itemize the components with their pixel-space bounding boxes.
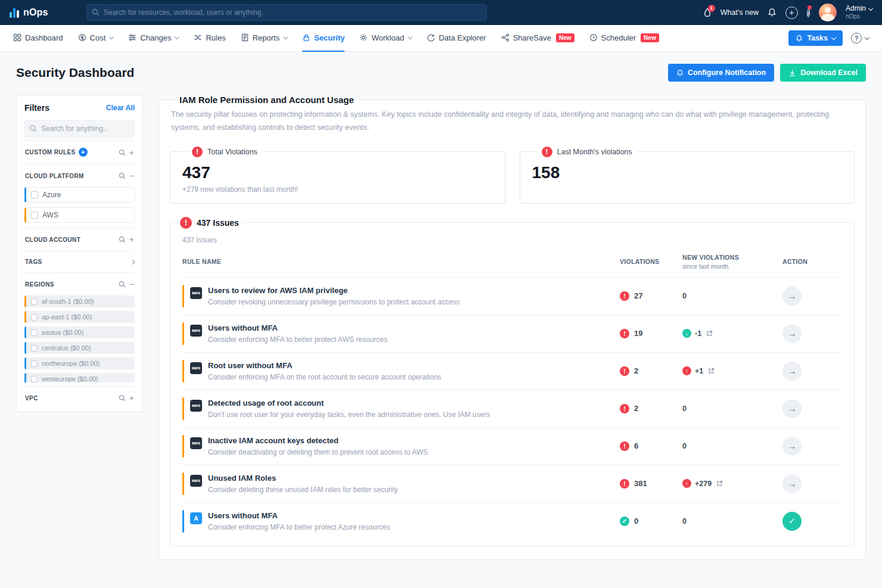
row-action-check-button[interactable]: ✓ <box>782 512 802 531</box>
external-link-icon[interactable] <box>716 480 723 487</box>
region-checkbox[interactable] <box>31 329 38 336</box>
whats-new-drop-icon[interactable]: 1 <box>703 8 712 17</box>
error-icon: ! <box>620 404 629 413</box>
rules-icon <box>194 33 202 42</box>
info-icon[interactable]: i <box>807 7 810 18</box>
platform-filter-aws[interactable]: AWS <box>24 207 135 223</box>
aws-checkbox[interactable] <box>31 211 38 219</box>
region-item[interactable]: af-south-1 ($0.00) <box>24 295 135 307</box>
notifications-bell-icon[interactable] <box>768 8 777 17</box>
nav-item-workload[interactable]: Workload <box>359 25 412 52</box>
rule-description: Consider enforcing MFA to better protect… <box>208 523 390 531</box>
nav-label: Changes <box>140 33 171 42</box>
collapse-icon[interactable]: − <box>129 172 134 180</box>
nops-logo[interactable]: nOps <box>10 7 48 18</box>
platform-color-bar <box>182 360 184 382</box>
expand-icon[interactable]: + <box>129 148 134 157</box>
region-item[interactable]: eastus ($0.00) <box>24 326 135 338</box>
rule-title: Users without MFA <box>208 511 390 520</box>
region-item[interactable]: ap-east-1 ($0.00) <box>24 311 135 323</box>
search-icon[interactable] <box>119 236 126 243</box>
filter-group-cloud-platform[interactable]: CLOUD PLATFORM − <box>24 164 135 187</box>
azure-checkbox[interactable] <box>31 191 38 198</box>
search-icon[interactable] <box>119 149 126 156</box>
row-action-arrow-button[interactable]: → <box>782 362 802 381</box>
column-header-new-violations-sub: since last month <box>682 263 782 270</box>
filter-group-label: CLOUD PLATFORM <box>25 173 84 179</box>
filter-group-vpc[interactable]: VPC + <box>24 386 135 409</box>
external-link-icon[interactable] <box>708 368 715 374</box>
filter-group-label: CUSTOM RULES <box>25 149 76 155</box>
row-action-arrow-button[interactable]: → <box>782 324 802 343</box>
column-header-new-violations: NEW VIOLATIONS since last month <box>682 254 782 270</box>
search-icon[interactable] <box>119 172 126 179</box>
filters-search-input[interactable] <box>24 120 135 138</box>
table-row: A Users without MFA Consider enforcing M… <box>182 502 842 540</box>
violations-count: 381 <box>634 479 647 488</box>
issues-count-text: 437 Issues <box>170 229 854 247</box>
rule-title: Unused IAM Roles <box>208 474 398 483</box>
platform-color-bar <box>182 435 184 458</box>
download-excel-button[interactable]: Download Excel <box>780 64 866 82</box>
nav-item-reports[interactable]: Reports <box>241 25 288 52</box>
region-checkbox[interactable] <box>31 314 38 321</box>
aws-icon: aws <box>190 400 202 412</box>
search-icon[interactable] <box>119 281 126 288</box>
nav-item-rules[interactable]: Rules <box>194 25 225 52</box>
add-custom-rule-icon[interactable]: + <box>79 148 88 157</box>
whats-new-link[interactable]: What's new <box>720 8 759 17</box>
region-checkbox[interactable] <box>31 298 38 305</box>
rule-title: Users without MFA <box>208 323 387 332</box>
nav-item-cost[interactable]: Cost <box>78 25 114 52</box>
row-action-arrow-button[interactable]: → <box>782 437 802 456</box>
row-action-arrow-button[interactable]: → <box>782 287 802 306</box>
nav-label: Rules <box>206 33 225 42</box>
rule-title: Inactive IAM account keys detected <box>208 436 428 445</box>
sharesave-icon <box>501 33 510 42</box>
region-checkbox[interactable] <box>31 345 38 351</box>
rule-description: Consider revoking unnecessary privilege … <box>208 298 460 306</box>
bell-icon <box>796 35 803 42</box>
region-checkbox[interactable] <box>31 360 38 367</box>
aws-icon: aws <box>190 437 202 449</box>
user-menu[interactable]: Admin nOps <box>846 5 872 20</box>
expand-icon[interactable]: + <box>129 235 134 244</box>
nav-item-dashboard[interactable]: Dashboard <box>13 25 63 52</box>
filter-group-tags[interactable]: TAGS <box>24 251 135 272</box>
add-icon[interactable]: + <box>785 7 798 19</box>
clear-all-link[interactable]: Clear All <box>106 104 135 112</box>
nav-item-scheduler[interactable]: Scheduler New <box>589 25 659 52</box>
section-title: IAM Role Permission and Account Usage <box>175 95 359 105</box>
platform-filter-azure[interactable]: Azure <box>24 187 135 203</box>
collapse-icon[interactable]: − <box>129 280 134 288</box>
regions-list[interactable]: af-south-1 ($0.00) ap-east-1 ($0.00) eas… <box>24 295 135 382</box>
tasks-button[interactable]: Tasks <box>788 30 843 46</box>
filter-group-custom-rules[interactable]: CUSTOM RULES + + <box>24 140 135 164</box>
nav-item-data-explorer[interactable]: Data Explorer <box>427 25 486 52</box>
user-avatar[interactable] <box>819 4 837 21</box>
row-action-arrow-button[interactable]: → <box>782 399 802 418</box>
external-link-icon[interactable] <box>706 330 713 337</box>
section-description: The security pillar focuses on protectin… <box>171 108 853 135</box>
global-search-input[interactable] <box>86 4 487 21</box>
region-item[interactable]: centralus ($0.00) <box>24 342 135 354</box>
configure-notification-button[interactable]: Configure Notification <box>668 64 774 82</box>
page-title: Security Dashboard <box>16 66 134 80</box>
filter-group-cloud-account[interactable]: CLOUD ACCOUNT + <box>24 228 135 251</box>
platform-color-bar <box>182 397 184 420</box>
nav-item-changes[interactable]: Changes <box>128 25 179 52</box>
region-item[interactable]: westeurope ($0.00) <box>24 373 135 382</box>
nav-item-sharesave[interactable]: ShareSave New <box>501 25 574 52</box>
row-action-arrow-button[interactable]: → <box>782 474 802 493</box>
aws-icon: aws <box>190 325 202 337</box>
nav-item-security[interactable]: Security <box>302 25 344 52</box>
page-header: Security Dashboard Configure Notificatio… <box>0 52 882 91</box>
help-menu[interactable]: ? <box>851 33 869 43</box>
table-row: aws Detected usage of root account Don't… <box>182 390 842 427</box>
region-checkbox[interactable] <box>31 376 38 382</box>
filter-group-regions[interactable]: REGIONS − <box>24 272 135 295</box>
expand-icon[interactable]: + <box>129 394 134 402</box>
error-icon: ! <box>620 479 629 489</box>
region-item[interactable]: northeurope ($0.00) <box>24 357 135 369</box>
search-icon[interactable] <box>119 394 126 402</box>
